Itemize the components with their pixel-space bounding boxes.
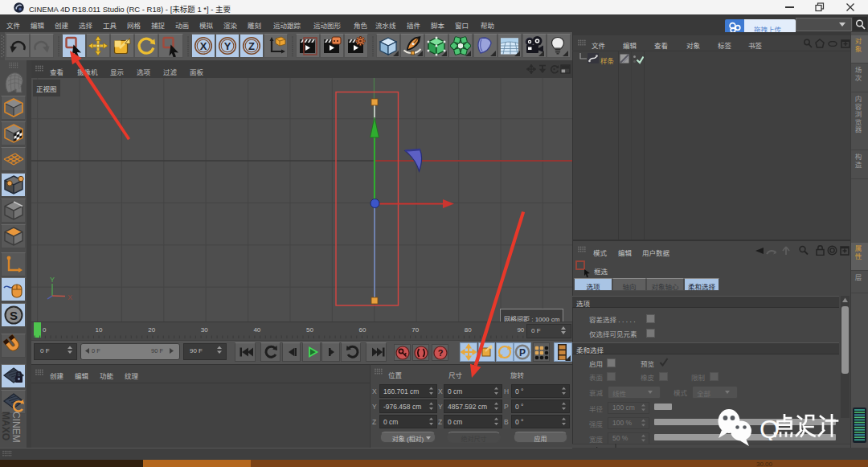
svg-text:?: ? (437, 348, 443, 358)
svg-text:Y: Y (50, 276, 55, 284)
svg-text:30: 30 (201, 326, 208, 334)
svg-text:P: P (519, 347, 526, 358)
svg-text:70: 70 (411, 326, 419, 334)
svg-text:60: 60 (359, 326, 366, 334)
svg-text:20: 20 (148, 326, 155, 334)
svg-text:90: 90 (517, 326, 524, 334)
svg-text:X: X (68, 293, 72, 301)
svg-text:50: 50 (306, 326, 313, 334)
svg-text:0: 0 (43, 326, 47, 334)
svg-text:40: 40 (253, 326, 260, 334)
svg-text:S: S (10, 309, 18, 322)
svg-text:10: 10 (96, 326, 103, 334)
svg-text:X: X (200, 40, 207, 52)
svg-text:Y: Y (224, 40, 231, 52)
svg-text:Z: Z (248, 40, 255, 52)
svg-text:80: 80 (465, 326, 472, 334)
